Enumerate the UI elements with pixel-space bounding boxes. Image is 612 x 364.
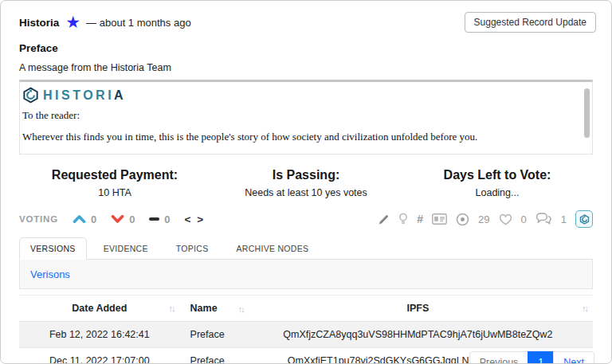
pagination-previous[interactable]: Previous xyxy=(469,351,529,364)
cell-name: Preface xyxy=(180,348,243,364)
stat-label: Days Left to Vote: xyxy=(402,168,593,182)
doc-scrollbar-thumb[interactable] xyxy=(584,88,590,138)
abstain-button[interactable]: 0 xyxy=(149,213,170,225)
pagination-page-1[interactable]: 1 xyxy=(528,351,554,364)
historia-hexagon-icon xyxy=(579,214,590,225)
doc-body-text: Wherever this finds you in time, this is… xyxy=(22,131,581,143)
cell-date-added: Dec 11, 2022 17:07:00 xyxy=(19,348,180,364)
comments-icon[interactable] xyxy=(536,213,552,225)
table-row: Feb 12, 2022 16:42:41 Preface QmXfjzCZA8… xyxy=(19,322,593,348)
sort-icon[interactable]: ↑↓ xyxy=(582,303,587,313)
versions-link[interactable]: Verisons xyxy=(30,268,70,280)
pagination: Previous 1 Next xyxy=(469,351,594,364)
versions-panel-header: Verisons xyxy=(19,260,593,289)
dash-vote-count: 0 xyxy=(164,213,170,225)
comments-count: 1 xyxy=(561,213,567,225)
voting-row: VOTING 0 0 0 < > xyxy=(19,209,593,229)
detail-tabs: VERSIONS EVIDENCE TOPICS ARCHIVE NODES xyxy=(19,237,593,260)
tab-topics[interactable]: TOPICS xyxy=(165,237,220,260)
record-subtitle: A message from the Historia Team xyxy=(19,62,593,73)
tab-archive-nodes[interactable]: ARCHIVE NODES xyxy=(225,237,320,260)
column-header-ipfs[interactable]: IPFS↑↓ xyxy=(243,296,593,322)
doc-signature: — Historia Network Team, January 31, 202… xyxy=(22,152,581,155)
column-header-name[interactable]: Name↑↓ xyxy=(180,296,243,322)
voting-label: VOTING xyxy=(19,214,58,224)
sort-icon[interactable]: ↑↓ xyxy=(169,303,175,313)
voting-controls: VOTING 0 0 0 < > xyxy=(19,213,205,225)
edit-pencil-icon[interactable] xyxy=(378,213,390,225)
views-count: 29 xyxy=(478,213,489,225)
lightbulb-icon[interactable] xyxy=(398,213,408,225)
historia-badge-button[interactable] xyxy=(575,210,593,228)
proposal-stats: Requested Payment: 10 HTA Is Passing: Ne… xyxy=(19,168,593,198)
record-page: Historia ★ — about 1 months ago Suggeste… xyxy=(0,0,612,364)
doc-greeting: To the reader: xyxy=(22,109,581,122)
pagination-next[interactable]: Next xyxy=(553,351,594,364)
stat-is-passing: Is Passing: Needs at least 10 yes votes xyxy=(210,168,402,198)
stat-label: Requested Payment: xyxy=(19,168,210,182)
tab-versions[interactable]: VERSIONS xyxy=(19,237,87,260)
stat-value: Loading... xyxy=(402,187,593,198)
abstain-vote-count: 0 xyxy=(129,213,135,225)
stat-requested-payment: Requested Payment: 10 HTA xyxy=(19,168,210,198)
versions-panel: Verisons Date Added↑↓ Name↑↓ IPFS↑↓ Feb … xyxy=(19,260,593,364)
suggested-record-update-button[interactable]: Suggested Record Update xyxy=(465,12,596,33)
id-card-icon[interactable] xyxy=(432,213,447,225)
hash-icon[interactable]: # xyxy=(417,213,423,225)
engagement-toolbar: # 29 0 xyxy=(378,210,593,228)
views-eye-icon xyxy=(456,213,469,226)
historia-logo: HISTORIA xyxy=(22,87,581,104)
author-name: Historia xyxy=(19,17,59,29)
upvote-count: 0 xyxy=(91,213,96,225)
hearts-count: 0 xyxy=(521,213,527,225)
stat-label: Is Passing: xyxy=(210,168,402,182)
cell-name: Preface xyxy=(180,322,243,348)
stat-days-left: Days Left to Vote: Loading... xyxy=(402,168,593,198)
column-header-date-added[interactable]: Date Added↑↓ xyxy=(19,296,180,322)
upvote-button[interactable]: 0 xyxy=(73,213,96,225)
star-icon: ★ xyxy=(65,14,80,30)
chevron-up-icon xyxy=(73,214,86,224)
post-timestamp: — about 1 months ago xyxy=(86,17,191,29)
historia-wordmark: HISTORIA xyxy=(43,88,126,103)
heart-icon[interactable] xyxy=(499,213,512,225)
code-brackets-icon[interactable]: < > xyxy=(185,213,206,225)
historia-hexagon-icon xyxy=(22,87,39,104)
stat-value: Needs at least 10 yes votes xyxy=(210,187,402,198)
chevron-down-icon xyxy=(111,214,124,224)
downvote-button[interactable]: 0 xyxy=(111,213,135,225)
table-header-row: Date Added↑↓ Name↑↓ IPFS↑↓ xyxy=(19,296,593,322)
cell-date-added: Feb 12, 2022 16:42:41 xyxy=(19,322,180,348)
tab-evidence[interactable]: EVIDENCE xyxy=(92,237,159,260)
record-title: Preface xyxy=(19,42,593,54)
cell-ipfs-hash: QmXfjzCZA8yqq3uVS98HHMdPTAC9hjA7t6jUwMB8… xyxy=(243,322,593,348)
stat-value: 10 HTA xyxy=(19,187,210,198)
dash-icon xyxy=(149,217,159,221)
record-content-frame[interactable]: HISTORIA To the reader: Wherever this fi… xyxy=(19,80,593,155)
